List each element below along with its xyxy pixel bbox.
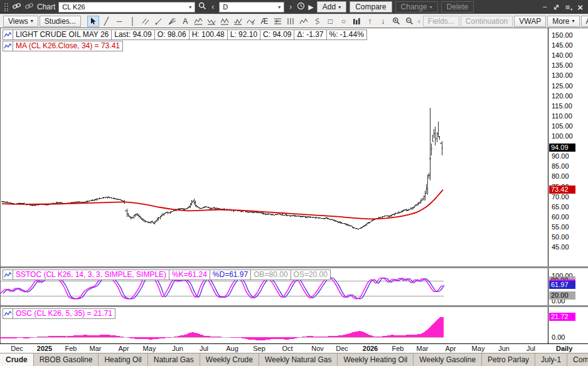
pointer-tool-button[interactable] — [87, 16, 99, 27]
link-icon[interactable] — [12, 3, 21, 11]
close-icon[interactable]: × — [577, 3, 583, 12]
sstoc-series-icon[interactable] — [3, 269, 13, 280]
price-panel-canvas[interactable] — [1, 28, 548, 266]
views-button[interactable]: Views▾ — [3, 16, 38, 27]
price-tick-label: 110.00 — [552, 112, 572, 120]
symbol-dropdown-icon[interactable]: ▾ — [189, 4, 191, 10]
tab-rbob-gasoline[interactable]: RBOB Gasoline — [34, 353, 99, 366]
month-label: Jul — [527, 345, 535, 352]
month-label: Dec — [11, 345, 23, 352]
add-dropdown-icon[interactable]: ▾ — [338, 4, 341, 10]
more-button[interactable]: More▾ — [547, 16, 579, 27]
chart-region: LIGHT CRUDE OIL MAY 26 Last: 94.09 O: 98… — [0, 28, 588, 343]
tab-weekly-heating-oil[interactable]: Weekly Heating Oil — [338, 353, 414, 366]
volume-bars-tool-button[interactable] — [351, 16, 363, 27]
minimize-icon[interactable]: − — [543, 3, 547, 11]
period-next-button[interactable]: › — [287, 3, 294, 11]
fan-lines-tool-button[interactable] — [166, 16, 178, 27]
tab-crude[interactable]: Crude — [0, 353, 34, 366]
horizontal-line-tool-button[interactable]: ─ — [114, 16, 126, 27]
text-tool-button[interactable]: A — [179, 16, 191, 27]
compare-button[interactable]: Compare — [350, 1, 392, 13]
link-alt-icon[interactable] — [24, 3, 34, 11]
chart-window: Chart CL K26 ▾ ‹ D ▾ › ▶ Add▾ Compare Ch… — [0, 0, 588, 366]
symbol-input[interactable]: CL K26 ▾ — [58, 2, 195, 13]
symbol-value: CL K26 — [62, 3, 85, 11]
price-tick-label: 135.00 — [552, 61, 573, 69]
sstoc-k-label: %K=61.24 — [169, 269, 210, 280]
vertical-line-tool-button[interactable]: │ — [127, 16, 139, 27]
pitchfork-tool-button[interactable]: Æ — [259, 16, 270, 27]
zigzag-tool-3-button[interactable] — [219, 16, 231, 27]
restore-icon[interactable] — [553, 4, 560, 11]
osc-study-label[interactable]: OSC (CL K26, 5, 35) = 21.71 — [13, 308, 115, 319]
rectangle-tool-button[interactable]: □ — [324, 16, 336, 27]
tab-july-1[interactable]: July-1 — [535, 353, 567, 366]
change-button[interactable]: Change▾ — [395, 1, 438, 13]
zoom-out-button[interactable] — [404, 16, 415, 27]
more-dropdown-icon[interactable]: ▾ — [572, 18, 575, 24]
price-axis[interactable]: 150.00145.00140.00135.00130.00125.00120.… — [548, 28, 588, 344]
tab-commodity-index[interactable]: Commodity Index — [567, 353, 588, 366]
tab-petro-parlay[interactable]: Petro Parlay — [482, 353, 535, 366]
price-tick-label: 60.00 — [552, 213, 569, 221]
tab-weekly-gasoline[interactable]: Weekly Gasoline — [414, 353, 482, 366]
chart-tab-bar: CrudeRBOB GasolineHeating OilNatural Gas… — [0, 353, 588, 366]
panel-splitter[interactable] — [1, 266, 588, 268]
elliott-wave-tool-button[interactable]: 5 — [245, 16, 257, 27]
views-dropdown-icon[interactable]: ▾ — [31, 18, 33, 24]
window-menu-icon[interactable]: ≡▾ — [565, 3, 572, 12]
vwap-button[interactable]: VWAP — [514, 16, 546, 27]
zigzag-tool-1-button[interactable] — [193, 16, 205, 27]
squiggle-tool-button[interactable] — [311, 16, 323, 27]
chart-plot-area[interactable] — [1, 28, 548, 344]
search-icon[interactable] — [198, 2, 206, 12]
zigzag-tool-2-button[interactable] — [206, 16, 218, 27]
zigzag-tool-5-button[interactable] — [298, 16, 310, 27]
fibonacci-tool-button[interactable]: F — [272, 16, 284, 27]
studies-button[interactable]: Studies... — [40, 16, 81, 27]
delete-button[interactable]: Delete — [441, 1, 474, 13]
tab-weekly-crude[interactable]: Weekly Crude — [200, 353, 259, 366]
period-prev-button[interactable]: ‹ — [210, 3, 216, 11]
tab-weekly-natural-gas[interactable]: Weekly Natural Gas — [259, 353, 338, 366]
month-label: May — [143, 345, 156, 352]
advanced-button[interactable]: Advanced▾ — [581, 16, 588, 27]
collapse-tools-icon[interactable]: ‹ — [417, 16, 422, 27]
panel-splitter[interactable] — [1, 305, 588, 307]
date-axis[interactable]: Daily Dec2025FebMarAprMayJunJulAugSepOct… — [0, 343, 588, 353]
add-button[interactable]: Add▾ — [317, 1, 346, 13]
tab-natural-gas[interactable]: Natural Gas — [148, 353, 200, 366]
arrow-up-tool-button[interactable]: ↑ — [364, 16, 376, 27]
price-series-icon[interactable] — [3, 29, 13, 40]
ray-tool-button[interactable] — [153, 16, 165, 27]
tab-heating-oil[interactable]: Heating Oil — [99, 353, 147, 366]
arrow-down-tool-button[interactable]: ↓ — [377, 16, 389, 27]
zigzag-tool-4-button[interactable] — [232, 16, 244, 27]
period-input[interactable]: D ▾ — [219, 2, 284, 13]
change-label: Δ: -1.37 — [294, 29, 326, 40]
contract-name-label[interactable]: LIGHT CRUDE OIL MAY 26 — [13, 29, 112, 40]
month-label: Feb — [65, 345, 77, 352]
month-label: Dec — [336, 345, 348, 352]
clock-icon[interactable] — [297, 2, 305, 12]
zoom-in-button[interactable] — [390, 16, 402, 27]
price-tick-label: 145.00 — [552, 41, 573, 49]
continuation-button[interactable]: Continuation — [461, 16, 513, 27]
play-button[interactable]: ▶ — [308, 3, 313, 11]
sstoc-study-label[interactable]: SSTOC (CL K26, 14, 3, 3, SIMPLE, SIMPLE) — [13, 269, 169, 280]
month-label: Mar — [90, 345, 102, 352]
window-type-label: Chart — [37, 3, 55, 11]
ellipse-tool-button[interactable]: ○ — [338, 16, 350, 27]
osc-series-icon[interactable] — [3, 308, 13, 319]
ma-series-icon[interactable] — [3, 41, 13, 51]
trendline-tool-button[interactable]: ╱ — [100, 16, 112, 27]
cycle-lines-tool-button[interactable] — [285, 16, 297, 27]
period-dropdown-icon[interactable]: ▾ — [278, 4, 281, 10]
fields-button[interactable]: Fields... — [423, 16, 459, 27]
parallel-lines-tool-button[interactable] — [140, 16, 152, 27]
price-tick-label: 45.00 — [552, 243, 569, 251]
month-label: Apr — [445, 345, 456, 352]
ma-study-label[interactable]: MA (CL K26.Close, 34) = 73.41 — [13, 41, 123, 51]
drag-handle-icon[interactable] — [4, 3, 9, 11]
